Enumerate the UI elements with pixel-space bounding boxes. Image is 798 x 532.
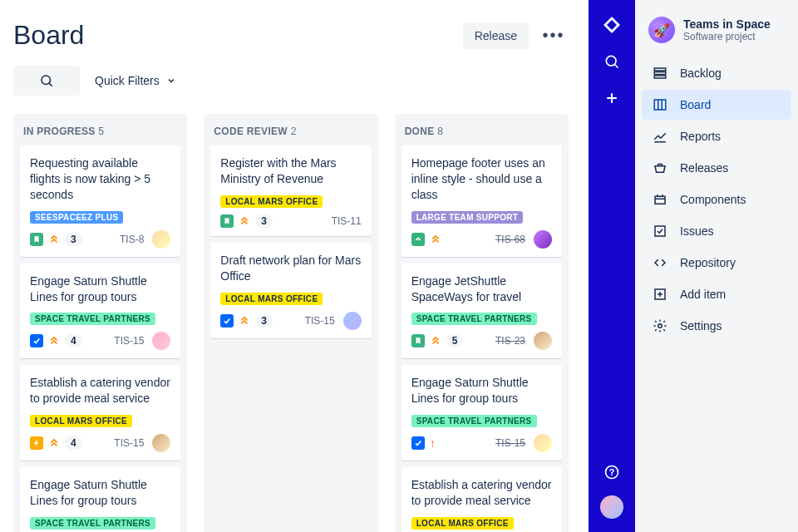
issue-card[interactable]: Establish a catering vendor to provide m… [401,467,562,532]
board-columns: IN PROGRESS 5Requesting available flight… [13,114,569,532]
epic-tag: SPACE TRAVEL PARTNERS [30,517,155,530]
board-icon [652,96,668,113]
more-button[interactable]: ••• [539,21,569,51]
nav-item-repository[interactable]: Repository [642,248,791,278]
assignee-avatar [534,230,552,249]
svg-rect-9 [654,72,666,75]
issue-key: TIS-68 [495,234,525,245]
issue-key: TIS-15 [114,437,144,449]
issue-type-icon [30,334,43,347]
reports-icon [652,128,668,145]
story-points-badge: 3 [65,233,82,246]
epic-tag: SEESPACEEZ PLUS [30,211,123,224]
issue-card[interactable]: Register with the Mars Ministry of Reven… [210,145,371,236]
product-logo[interactable] [602,15,622,35]
issues-icon [652,223,668,239]
priority-icon: ↑ [430,436,436,450]
issue-card[interactable]: Engage Saturn Shuttle Lines for group to… [20,264,180,359]
issue-card[interactable]: Engage Saturn Shuttle Lines for group to… [20,467,180,532]
issue-type-icon [411,436,425,450]
card-title: Register with the Mars Ministry of Reven… [220,155,361,187]
card-meta: 5 TIS-23 [411,332,552,350]
global-create-button[interactable] [602,88,622,108]
assignee-avatar [534,332,552,350]
nav-item-settings[interactable]: Settings [642,311,791,341]
settings-icon [652,318,668,334]
release-button[interactable]: Release [463,22,529,49]
column-count: 2 [291,126,297,137]
project-logo: 🚀 [648,17,675,43]
project-name: Teams in Space [683,17,771,31]
card-title: Requesting available flights is now taki… [30,155,170,203]
board-column: CODE REVIEW 2Register with the Mars Mini… [204,114,377,532]
issue-type-icon [30,233,43,246]
project-header[interactable]: 🚀 Teams in Space Software project [642,17,791,58]
column-count: 5 [98,126,104,137]
column-name: DONE [405,126,435,137]
issue-card[interactable]: Draft network plan for Mars Office LOCAL… [210,243,371,338]
issue-card[interactable]: Homepage footer uses an inline style - s… [401,145,562,257]
issue-key: TIS-8 [120,234,144,245]
svg-point-2 [606,56,616,66]
svg-rect-11 [654,100,666,110]
priority-icon [239,315,250,327]
card-meta: TIS-68 [411,230,552,249]
svg-rect-8 [654,68,666,71]
plus-icon [603,90,620,106]
card-title: Establish a catering vendor to provide m… [411,477,552,509]
svg-rect-19 [655,226,665,236]
nav-item-add[interactable]: Add item [642,279,791,309]
nav-label: Releases [680,161,728,175]
story-points-badge: 3 [255,214,273,228]
nav-item-components[interactable]: Components [642,185,791,214]
epic-tag: LOCAL MARS OFFICE [411,517,514,530]
nav-item-issues[interactable]: Issues [642,216,791,246]
profile-avatar[interactable] [600,495,623,519]
issue-key: TIS-15 [305,315,335,327]
backlog-icon [652,65,668,81]
issue-card[interactable]: Engage JetShuttle SpaceWays for travel S… [401,264,562,359]
priority-icon [430,335,441,347]
priority-icon [48,437,60,449]
assignee-avatar [152,230,170,249]
assignee-avatar [152,434,170,452]
card-meta: 3 TIS-11 [220,214,361,228]
nav-label: Reports [680,130,721,143]
issue-key: TIS-15 [114,335,144,347]
search-icon [603,53,620,70]
card-meta: 4 TIS-15 [30,332,170,350]
search-input[interactable] [13,66,80,96]
chevron-down-icon [166,76,176,86]
nav-label: Repository [680,256,736,269]
nav-label: Components [680,193,746,206]
add-icon [652,286,668,303]
nav-item-reports[interactable]: Reports [642,121,791,151]
nav-item-releases[interactable]: Releases [642,153,791,183]
issue-type-icon [30,436,43,450]
svg-rect-15 [655,196,665,204]
project-nav: BacklogBoardReportsReleasesComponentsIss… [642,58,791,341]
story-points-badge: 4 [65,436,82,450]
project-sidebar: 🚀 Teams in Space Software project Backlo… [635,0,798,532]
global-nav-rail: ? [589,0,635,532]
column-header: CODE REVIEW 2 [210,121,371,145]
issue-key: TIS-23 [495,335,525,347]
issue-type-icon [411,233,425,246]
card-title: Engage Saturn Shuttle Lines for group to… [411,375,552,406]
nav-item-board[interactable]: Board [642,90,791,120]
quick-filters-dropdown[interactable]: Quick Filters [95,74,176,87]
nav-item-backlog[interactable]: Backlog [642,58,791,88]
help-button[interactable]: ? [602,462,622,482]
components-icon [652,191,668,208]
column-count: 8 [437,126,443,137]
global-search-button[interactable] [602,52,622,71]
card-meta: 3 TIS-8 [30,230,170,249]
card-title: Engage Saturn Shuttle Lines for group to… [30,273,170,305]
issue-card[interactable]: Engage Saturn Shuttle Lines for group to… [401,365,562,461]
assignee-avatar [534,434,552,452]
filters-row: Quick Filters [13,66,569,96]
search-icon [39,73,54,88]
card-title: Homepage footer uses an inline style - s… [411,155,552,203]
issue-card[interactable]: Requesting available flights is now taki… [20,145,180,257]
issue-card[interactable]: Establish a catering vendor to provide m… [20,365,180,461]
